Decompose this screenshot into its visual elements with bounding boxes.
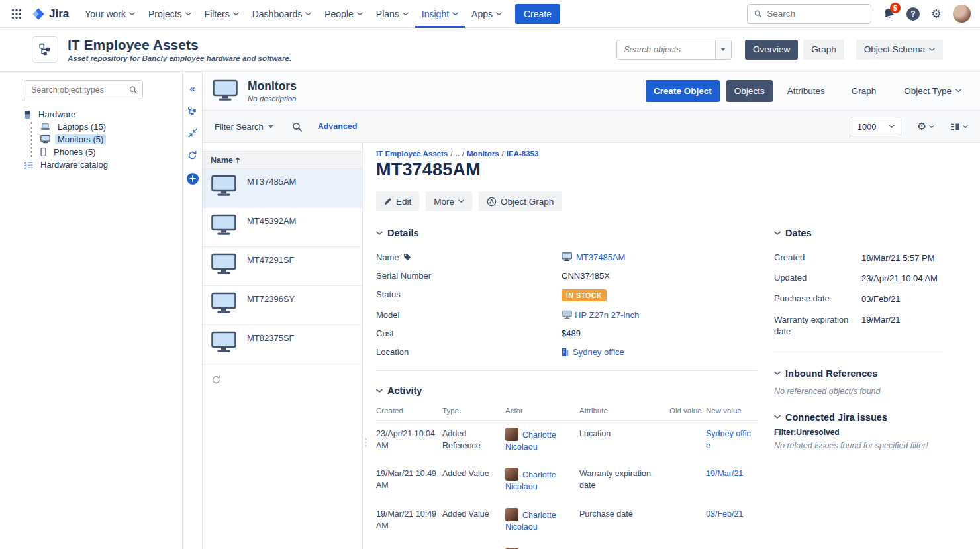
object-name-link[interactable]: MT37485AM [576,252,625,262]
objects-tab[interactable]: Objects [726,80,773,102]
create-button[interactable]: Create [515,4,560,24]
list-settings-menu[interactable]: ⚙ [917,121,934,132]
connected-issues-toggle[interactable]: Connected Jira issues [774,412,943,423]
model-link[interactable]: HP Z27n 27-inch [575,310,639,320]
sidebar-toolstrip: « [182,72,202,549]
breadcrumb-link[interactable]: .. [455,150,459,158]
collapse-all-icon[interactable] [188,128,197,138]
nav-item-filters[interactable]: Filters [198,0,246,28]
name-column-header[interactable]: Name [203,151,362,169]
activity-col-attribute: Attribute [579,404,669,421]
details-section-toggle[interactable]: Details [376,228,757,238]
global-search-input[interactable] [767,9,864,19]
search-objects-dropdown[interactable] [715,40,731,59]
activity-section-toggle[interactable]: Activity [376,385,757,396]
inbound-references-section: Inbound References No referenced object/… [774,368,943,396]
chevron-down-icon [185,12,191,16]
activity-col-type: Type [442,404,505,421]
page-title: IT Employee Assets [68,37,291,53]
object-type-menu[interactable]: Object Type [896,81,969,101]
advanced-link[interactable]: Advanced [318,122,358,131]
connected-issues-section: Connected Jira issues Filter:Unresolved … [774,412,943,450]
chevron-down-icon [458,199,464,203]
object-list-item[interactable]: MT47291SF [203,247,362,286]
user-avatar[interactable] [953,5,971,23]
filter-search-menu[interactable]: Filter Search [215,122,273,132]
breadcrumb: IT Employee Assets/../Monitors/IEA-8353 [376,150,943,158]
top-navigation: Jira Your work Projects Filters Dashboar… [0,0,980,28]
breadcrumb-link[interactable]: Monitors [467,150,499,158]
object-list-item[interactable]: MT72396SY [203,286,362,325]
refresh-icon[interactable] [187,150,197,160]
add-object-type-icon[interactable] [187,173,199,185]
nav-item-projects[interactable]: Projects [142,0,198,28]
activity-new-value[interactable]: 03/Feb/21 [706,501,758,527]
breadcrumb-separator: / [502,150,504,158]
nav-item-apps[interactable]: Apps [465,0,509,28]
object-schema-menu[interactable]: Object Schema [856,40,943,60]
tree-item-laptops[interactable]: Laptops (15) [40,121,143,133]
more-menu-button[interactable]: More [426,191,472,211]
activity-section: Activity Created Type Actor Attribute Ol… [376,385,757,549]
help-icon[interactable]: ? [906,7,920,21]
tree-item-hardware[interactable]: Hardware [24,108,143,121]
nav-item-people[interactable]: People [318,0,369,28]
search-objects-input[interactable] [617,40,715,59]
collapse-sidebar-icon[interactable]: « [189,83,195,93]
page-size-select[interactable]: 1000 [850,117,901,136]
object-list-item[interactable]: MT37485AM [203,169,362,208]
object-list-item[interactable]: MT82375SF [203,325,362,364]
filter-bar: Filter Search Advanced 1000 ⚙ [203,111,980,143]
panel-resize-handle[interactable]: ⋮ [361,440,371,445]
chevron-down-icon [774,231,781,236]
create-object-button[interactable]: Create Object [646,80,720,102]
actor-avatar [505,468,518,481]
activity-new-value[interactable]: $489 [706,540,758,549]
location-link[interactable]: Sydney office [573,347,624,357]
schema-icon[interactable] [32,36,58,63]
object-type-search[interactable] [24,80,143,99]
jira-logo-text: Jira [49,7,69,21]
view-layout-menu[interactable] [950,123,968,131]
settings-gear-icon[interactable]: ⚙ [931,8,942,20]
breadcrumb-link[interactable]: IEA-8353 [507,150,539,158]
activity-created: 19/Mar/21 10:49 AM [376,501,442,539]
laptop-icon [40,123,50,130]
refresh-list-icon[interactable] [211,375,221,385]
notifications-bell-icon[interactable]: 5 [883,7,895,20]
graph-tab[interactable]: Graph [803,40,844,60]
dates-section-toggle[interactable]: Dates [774,228,943,238]
object-type-search-input[interactable] [31,85,129,95]
inbound-references-toggle[interactable]: Inbound References [774,368,943,379]
details-section: Details Name MT37 [376,228,757,371]
chevron-down-icon [889,125,895,128]
global-search[interactable] [747,4,871,24]
nav-item-insight[interactable]: Insight [415,0,465,28]
activity-new-value[interactable]: 19/Mar/21 [706,460,758,487]
edit-button[interactable]: Edit [376,191,419,211]
nav-item-your-work[interactable]: Your work [78,0,142,28]
jira-logo[interactable]: Jira [25,7,78,21]
tree-item-monitors[interactable]: Monitors (5) [40,133,143,146]
activity-type: Added Value [442,501,505,527]
sort-ascending-icon [235,157,240,164]
nav-item-plans[interactable]: Plans [369,0,415,28]
app-switcher-icon[interactable] [8,5,25,23]
nav-item-dashboards[interactable]: Dashboards [246,0,318,28]
settings-gear-icon: ⚙ [917,121,926,132]
attributes-tab[interactable]: Attributes [779,81,833,101]
schema-tree-icon[interactable] [187,106,197,116]
tree-item-hardware-catalog[interactable]: Hardware catalog [24,158,143,171]
actor-avatar [505,508,518,521]
activity-new-value[interactable]: Sydney office [706,421,758,459]
breadcrumb-link[interactable]: IT Employee Assets [376,150,448,158]
overview-tab[interactable]: Overview [745,40,798,60]
status-badge: IN STOCK [562,289,607,301]
chevron-down-icon [929,48,935,52]
search-icon[interactable] [292,122,302,132]
object-graph-button[interactable]: Object Graph [479,191,562,211]
object-list-item[interactable]: MT45392AM [203,208,362,247]
graph-tab[interactable]: Graph [844,81,885,101]
tree-item-phones[interactable]: Phones (5) [40,146,143,158]
checklist-icon [24,161,33,169]
